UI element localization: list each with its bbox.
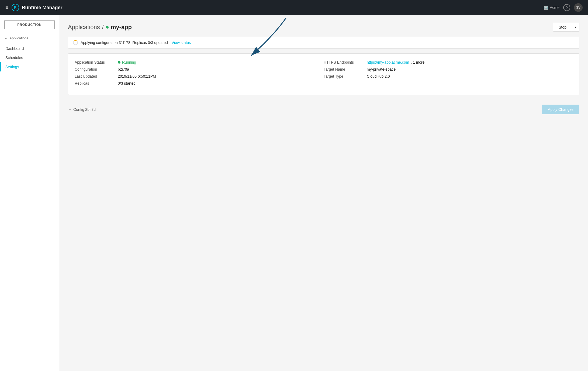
status-row-target-type: Target Type CloudHub 2.0 [324,74,573,78]
config-back-label: Config 2bff3d [73,107,96,112]
header-actions: Stop ▾ [553,23,579,32]
org-icon: 🏢 [544,5,548,10]
target-type-value: CloudHub 2.0 [367,74,390,78]
status-row-target-name: Target Name my-private-space [324,67,573,71]
config-bar: ← Config 2bff3d Apply Changes [68,101,579,115]
https-label: HTTPS Endpoints [324,60,367,64]
apply-changes-button[interactable]: Apply Changes [542,105,579,114]
target-name-label: Target Name [324,67,367,71]
view-status-link[interactable]: View status [172,40,191,45]
sidebar-item-schedules[interactable]: Schedules [0,53,59,62]
last-updated-label: Last Updated [75,74,118,78]
sidebar: PRODUCTION ← Applications Dashboard Sche… [0,15,59,371]
app-status-value: Running [118,60,136,64]
status-row-last-updated: Last Updated 2019/11/06 6:50:11PM [75,74,324,78]
env-button[interactable]: PRODUCTION [4,20,55,29]
status-row-https: HTTPS Endpoints https://my-app.acme.com,… [324,60,573,64]
org-selector[interactable]: 🏢 Acme [544,5,559,10]
app-name-label: my-app [111,24,132,31]
app-status-label: Application Status [75,60,118,64]
status-right: HTTPS Endpoints https://my-app.acme.com,… [324,60,573,88]
config-value: b2j70a [118,67,129,71]
status-row-config: Configuration b2j70a [75,67,324,71]
replicas-label: Replicas [75,81,118,85]
main-content: Applications / my-app Stop ▾ Applying co… [59,15,588,371]
page-header: Applications / my-app Stop ▾ [68,23,579,32]
target-type-label: Target Type [324,74,367,78]
notification-wrapper: Applying configuration 31f178 Replicas 0… [68,37,579,49]
sidebar-item-dashboard[interactable]: Dashboard [0,44,59,53]
config-back-arrow-icon: ← [68,107,72,112]
sidebar-item-settings[interactable]: Settings [0,62,59,71]
breadcrumb: Applications / my-app [68,24,132,31]
logo-icon: R [12,4,19,11]
sidebar-back-nav[interactable]: ← Applications [0,35,59,42]
app-title: Runtime Manager [22,5,63,11]
https-link[interactable]: https://my-app.acme.com [367,60,409,64]
app-name: my-app [106,24,132,31]
config-back[interactable]: ← Config 2bff3d [68,107,96,112]
breadcrumb-link[interactable]: Applications [68,24,100,31]
https-more: , 1 more [411,60,424,64]
org-label: Acme [550,5,559,10]
sidebar-back-label: Applications [9,36,28,40]
stop-button[interactable]: Stop [553,23,572,32]
https-value: https://my-app.acme.com, 1 more [367,60,425,64]
user-avatar[interactable]: SV [574,3,583,12]
loading-spinner [73,40,78,45]
status-row-app-status: Application Status Running [75,60,324,64]
back-arrow-icon: ← [4,36,8,40]
running-dot [118,61,120,64]
status-left: Application Status Running Configuration… [75,60,324,88]
last-updated-value: 2019/11/06 6:50:11PM [118,74,156,78]
app-status-dot [106,26,109,29]
status-grid: Application Status Running Configuration… [75,60,573,88]
notification-text: Applying configuration 31f178 Replicas 0… [81,40,168,45]
topnav: ≡ R Runtime Manager 🏢 Acme ? SV [0,0,588,15]
actions-dropdown-button[interactable]: ▾ [572,23,579,32]
help-button[interactable]: ? [563,4,570,11]
breadcrumb-separator: / [102,24,104,31]
notification-bar: Applying configuration 31f178 Replicas 0… [68,37,579,49]
replicas-value: 0/3 started [118,81,136,85]
target-name-value: my-private-space [367,67,396,71]
topnav-right: 🏢 Acme ? SV [544,3,583,12]
status-row-replicas: Replicas 0/3 started [75,81,324,85]
config-label: Configuration [75,67,118,71]
running-label: Running [122,60,136,64]
app-logo: R Runtime Manager [12,4,63,11]
main-layout: PRODUCTION ← Applications Dashboard Sche… [0,15,588,371]
hamburger-icon[interactable]: ≡ [5,5,8,11]
status-panel: Application Status Running Configuration… [68,53,579,95]
